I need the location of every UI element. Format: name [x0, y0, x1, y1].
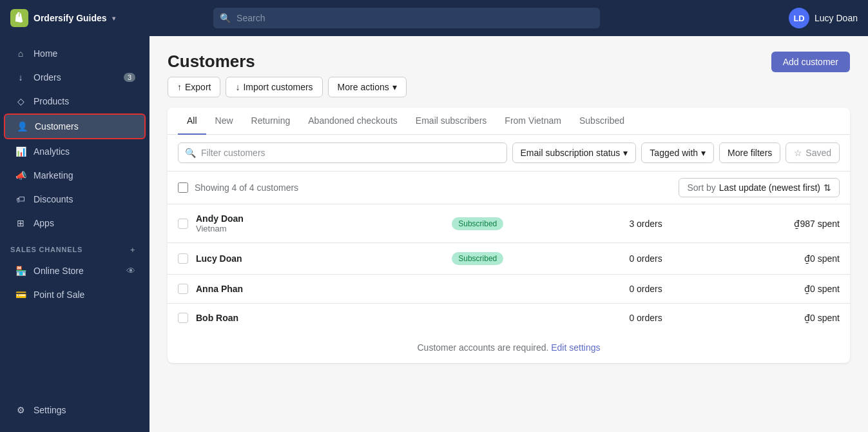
settings-icon: ⚙: [14, 404, 27, 417]
sales-channels-section-label: SALES CHANNELS ＋: [0, 235, 149, 259]
app-body: ⌂ Home ↓ Orders 3 ◇ Products 👤 Customers…: [0, 36, 868, 432]
row-checkbox-1[interactable]: [178, 219, 188, 229]
sidebar-item-apps[interactable]: ⊞ Apps: [4, 211, 146, 235]
spent-col-1: ₫987 spent: [715, 219, 840, 229]
customer-name-3[interactable]: Anna Phan: [196, 284, 444, 294]
tab-abandoned[interactable]: Abandoned checkouts: [299, 108, 407, 135]
spent-col-4: ₫0 spent: [715, 313, 840, 323]
sidebar-item-point-of-sale[interactable]: 💳 Point of Sale: [4, 283, 146, 306]
star-icon: ☆: [794, 148, 802, 158]
discounts-icon: 🏷: [14, 193, 27, 206]
customer-name-1[interactable]: Andy Doan: [196, 213, 444, 224]
more-filters-button[interactable]: More filters: [719, 142, 780, 163]
sidebar-item-discounts[interactable]: 🏷 Discounts: [4, 188, 146, 211]
page-header: Customers ↑ Export ↓ Import customers Mo…: [168, 52, 850, 97]
sidebar: ⌂ Home ↓ Orders 3 ◇ Products 👤 Customers…: [0, 36, 149, 432]
email-status-chevron-icon: ▾: [623, 148, 628, 158]
tabs-bar: AllNewReturningAbandoned checkoutsEmail …: [168, 108, 850, 135]
tab-email-subs[interactable]: Email subscribers: [407, 108, 496, 135]
table-row: Bob Roan 0 orders ₫0 spent: [168, 304, 850, 332]
import-icon: ↓: [235, 82, 240, 92]
sidebar-item-marketing[interactable]: 📣 Marketing: [4, 164, 146, 187]
tab-returning[interactable]: Returning: [242, 108, 300, 135]
sort-chevron-icon: ⇅: [824, 182, 831, 193]
showing-text-area: Showing 4 of 4 customers: [178, 182, 298, 193]
brand-chevron-icon: ▾: [112, 15, 115, 22]
spent-col-2: ₫0 spent: [715, 253, 840, 264]
online-store-icon: 🏪: [14, 264, 27, 277]
customer-subtext-1: Vietnam: [196, 224, 444, 233]
sidebar-item-home[interactable]: ⌂ Home: [4, 42, 146, 65]
import-customers-button[interactable]: ↓ Import customers: [226, 77, 322, 97]
orders-col-3: 0 orders: [584, 284, 708, 294]
username: Lucy Doan: [815, 13, 858, 23]
sidebar-item-label: Products: [34, 96, 69, 106]
customers-icon: 👤: [15, 120, 28, 133]
main-content: Customers ↑ Export ↓ Import customers Mo…: [149, 36, 868, 432]
spent-col-3: ₫0 spent: [715, 284, 840, 294]
sidebar-item-label: Orders: [34, 72, 61, 83]
sidebar-item-label: Online Store: [34, 266, 84, 276]
filter-customers-input[interactable]: [201, 148, 500, 158]
row-checkbox-4[interactable]: [178, 313, 188, 323]
email-subscription-status-filter[interactable]: Email subscription status ▾: [512, 142, 637, 163]
brand-name: Ordersify Guides: [34, 13, 107, 23]
filter-row: 🔍 Email subscription status ▾ Tagged wit…: [168, 135, 850, 172]
sidebar-item-orders[interactable]: ↓ Orders 3: [4, 66, 146, 89]
page-header-left: Customers ↑ Export ↓ Import customers Mo…: [168, 52, 407, 97]
customer-name-col-3: Anna Phan: [196, 284, 444, 294]
sidebar-item-settings[interactable]: ⚙ Settings: [4, 398, 146, 422]
select-all-checkbox[interactable]: [178, 182, 188, 193]
avatar: LD: [789, 8, 809, 28]
eye-icon[interactable]: 👁: [126, 266, 135, 276]
orders-col-2: 0 orders: [584, 253, 708, 264]
shopify-logo-icon: [10, 9, 28, 27]
sidebar-item-label: Marketing: [34, 170, 73, 181]
search-icon: 🔍: [220, 13, 231, 23]
filter-search-container: 🔍: [178, 142, 507, 163]
customer-name-col-1: Andy Doan Vietnam: [196, 213, 444, 233]
saved-button[interactable]: ☆ Saved: [786, 142, 840, 163]
orders-col-1: 3 orders: [584, 219, 708, 229]
sidebar-item-online-store[interactable]: 🏪 Online Store 👁: [4, 259, 146, 282]
tab-new[interactable]: New: [206, 108, 242, 135]
table-row: Lucy Doan Subscribed 0 orders ₫0 spent: [168, 243, 850, 275]
sort-button[interactable]: Sort by Last update (newest first) ⇅: [679, 178, 840, 197]
sidebar-item-analytics[interactable]: 📊 Analytics: [4, 140, 146, 163]
edit-settings-link[interactable]: Edit settings: [551, 342, 600, 353]
more-actions-button[interactable]: More actions ▾: [328, 77, 407, 97]
tab-from-vietnam[interactable]: From Vietnam: [496, 108, 570, 135]
orders-col-4: 0 orders: [584, 313, 708, 323]
page-actions-bar: ↑ Export ↓ Import customers More actions…: [168, 77, 407, 97]
row-checkbox-2[interactable]: [178, 253, 188, 264]
page-title: Customers: [168, 52, 407, 72]
sidebar-item-label: Analytics: [34, 146, 70, 157]
subscribed-badge-1: Subscribed: [452, 217, 503, 230]
search-input[interactable]: [213, 8, 600, 28]
sidebar-item-products[interactable]: ◇ Products: [4, 90, 146, 113]
point-of-sale-icon: 💳: [14, 288, 27, 301]
user-area: LD Lucy Doan: [789, 8, 858, 28]
export-button[interactable]: ↑ Export: [168, 77, 220, 97]
search-bar: 🔍: [213, 8, 600, 28]
tab-subscribed[interactable]: Subscribed: [570, 108, 633, 135]
sidebar-item-customers[interactable]: 👤 Customers: [4, 113, 146, 139]
subscribed-badge-2: Subscribed: [452, 252, 503, 265]
sidebar-item-label: Discounts: [34, 194, 73, 204]
tab-all[interactable]: All: [178, 108, 206, 135]
tagged-chevron-icon: ▾: [701, 148, 706, 158]
customer-name-2[interactable]: Lucy Doan: [196, 253, 444, 264]
add-customer-button[interactable]: Add customer: [771, 52, 850, 72]
filter-search-icon: 🔍: [185, 148, 196, 158]
orders-icon: ↓: [14, 71, 27, 84]
add-sales-channel-button[interactable]: ＋: [126, 243, 139, 256]
badge-col-1: Subscribed: [452, 217, 576, 230]
table-row: Andy Doan Vietnam Subscribed 3 orders ₫9…: [168, 204, 850, 243]
customers-card: AllNewReturningAbandoned checkoutsEmail …: [168, 108, 850, 363]
brand-area[interactable]: Ordersify Guides ▾: [10, 9, 115, 27]
row-checkbox-3[interactable]: [178, 284, 188, 294]
customer-name-4[interactable]: Bob Roan: [196, 313, 444, 323]
more-actions-chevron-icon: ▾: [392, 82, 397, 92]
tagged-with-filter[interactable]: Tagged with ▾: [641, 142, 714, 163]
customers-list: Andy Doan Vietnam Subscribed 3 orders ₫9…: [168, 204, 850, 332]
